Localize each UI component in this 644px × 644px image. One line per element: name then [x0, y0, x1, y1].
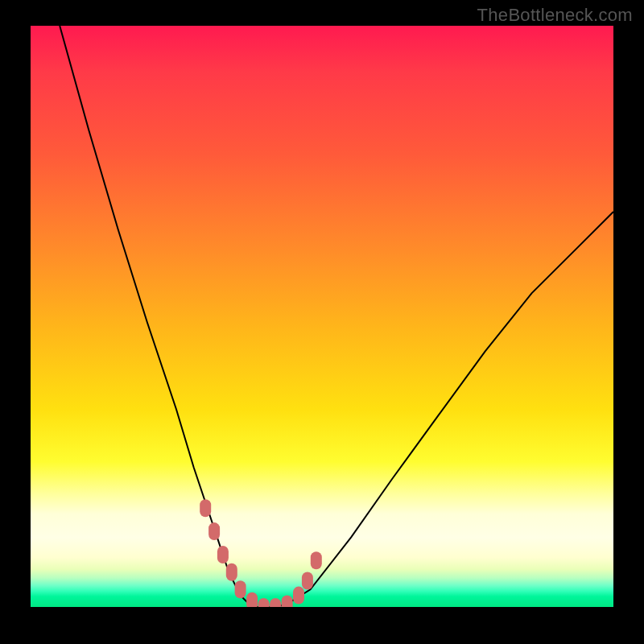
marker-dot [246, 592, 258, 607]
watermark-text: TheBottleneck.com [477, 5, 633, 26]
bottleneck-curve [60, 26, 613, 607]
marker-dot [258, 598, 270, 607]
highlight-markers [200, 499, 322, 607]
plot-area [31, 26, 613, 607]
marker-dot [217, 546, 229, 564]
marker-dot [270, 598, 281, 607]
marker-dot [226, 564, 237, 581]
marker-dot [208, 522, 220, 540]
marker-dot [293, 587, 304, 605]
marker-dot [200, 499, 211, 517]
marker-dot [235, 580, 246, 598]
marker-dot [302, 572, 313, 590]
marker-dot [311, 551, 322, 569]
marker-dot [282, 595, 293, 607]
chart-svg [31, 26, 613, 607]
